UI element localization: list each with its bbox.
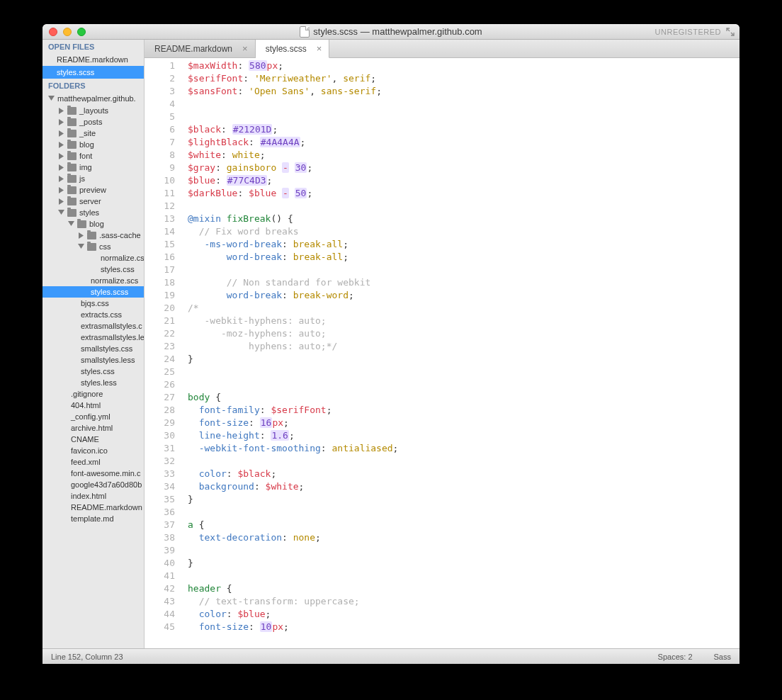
code-line[interactable]: color: $blue; [188,608,740,621]
folder-item[interactable]: _site [42,128,144,139]
indent-setting[interactable]: Spaces: 2 [658,653,693,661]
disclosure-triangle-icon[interactable] [58,210,64,216]
file-item[interactable]: extracts.css [42,309,144,320]
cursor-position[interactable]: Line 152, Column 23 [51,653,123,661]
file-item[interactable]: archive.html [42,422,144,434]
code-line[interactable]: background: $white; [188,480,740,493]
code-line[interactable] [188,264,740,276]
disclosure-triangle-icon[interactable] [58,142,64,148]
code-line[interactable]: $white: white; [188,149,740,162]
code-line[interactable]: // Non standard for webkit [188,276,740,289]
disclosure-triangle-icon[interactable] [58,164,64,171]
code-line[interactable]: font-size: 16px; [188,417,740,429]
code-line[interactable]: } [188,353,740,366]
disclosure-triangle-icon[interactable] [78,232,84,239]
open-file-item[interactable]: styles.scss [42,66,144,79]
code-content[interactable]: $maxWidth: 580px;$serifFont: 'Merriweath… [183,58,740,648]
file-item[interactable]: styles.less [42,377,144,388]
code-line[interactable]: -webkit-hyphens: auto; [188,315,740,327]
code-line[interactable]: a { [188,519,740,531]
folder-item[interactable]: css [42,241,144,252]
folder-item[interactable]: server [42,196,144,207]
code-line[interactable]: -moz-hyphens: auto; [188,327,740,340]
folder-item[interactable]: _posts [42,116,144,128]
code-line[interactable]: // Fix word breaks [188,225,740,238]
code-line[interactable]: $gray: gainsboro - 30; [188,162,740,174]
code-line[interactable]: $darkBlue: $blue - 50; [188,187,740,200]
code-line[interactable]: @mixin fixBreak() { [188,213,740,225]
code-line[interactable] [188,200,740,213]
code-line[interactable]: font-size: 10px; [188,621,740,633]
code-line[interactable]: } [188,557,740,570]
code-line[interactable]: body { [188,391,740,404]
syntax-setting[interactable]: Sass [714,653,731,661]
code-line[interactable] [188,570,740,582]
code-line[interactable]: header { [188,582,740,595]
code-line[interactable]: // text-transform: uppercase; [188,595,740,608]
disclosure-triangle-icon[interactable] [58,130,64,137]
close-button[interactable] [49,28,57,36]
code-line[interactable]: $lightBlack: #4A4A4A; [188,136,740,149]
code-line[interactable] [188,455,740,468]
code-line[interactable]: word-break: break-all; [188,251,740,264]
code-line[interactable] [188,506,740,519]
file-item[interactable]: _config.yml [42,411,144,422]
file-item[interactable]: index.html [42,490,144,502]
file-item[interactable]: smallstyles.less [42,354,144,366]
file-item[interactable]: font-awesome.min.c [42,468,144,479]
folder-item[interactable]: styles [42,207,144,218]
code-line[interactable]: $blue: #77C4D3; [188,174,740,187]
folder-item[interactable]: js [42,173,144,184]
code-line[interactable]: -webkit-font-smoothing: antialiased; [188,442,740,455]
code-line[interactable]: $maxWidth: 580px; [188,60,740,72]
code-editor[interactable]: 1234567891011121314151617181920212223242… [144,58,740,648]
file-item[interactable]: styles.css [42,366,144,377]
file-item[interactable]: styles.css [42,264,144,275]
code-line[interactable] [188,111,740,123]
file-item[interactable]: favicon.ico [42,445,144,456]
disclosure-triangle-icon[interactable] [58,153,64,159]
code-line[interactable]: $serifFont: 'Merriweather', serif; [188,72,740,85]
code-line[interactable]: font-family: $serifFont; [188,404,740,417]
minimize-button[interactable] [63,28,72,36]
disclosure-triangle-icon[interactable] [58,119,64,125]
file-item[interactable]: styles.scss [42,286,144,298]
file-item[interactable]: 404.html [42,400,144,411]
code-line[interactable]: hyphens: auto;*/ [188,340,740,353]
disclosure-triangle-icon[interactable] [58,176,64,182]
code-line[interactable]: $black: #21201D; [188,123,740,136]
open-file-item[interactable]: README.markdown [42,53,144,66]
disclosure-triangle-icon[interactable] [78,244,84,250]
code-line[interactable]: text-decoration: none; [188,531,740,544]
titlebar[interactable]: styles.scss — matthewpalmer.github.com U… [42,24,740,40]
code-line[interactable] [188,366,740,378]
folder-item[interactable]: preview [42,184,144,196]
project-root[interactable]: matthewpalmer.github. [42,92,144,105]
fullscreen-icon[interactable] [725,27,735,37]
code-line[interactable]: /* [188,302,740,315]
file-item[interactable]: .gitignore [42,388,144,400]
code-line[interactable]: color: $black; [188,468,740,480]
code-line[interactable]: word-break: break-word; [188,289,740,302]
folder-item[interactable]: blog [42,218,144,230]
file-item[interactable]: normalize.cs [42,252,144,264]
disclosure-triangle-icon[interactable] [58,108,64,114]
zoom-button[interactable] [77,28,86,36]
tab[interactable]: README.markdown× [144,40,256,57]
folder-item[interactable]: font [42,150,144,162]
file-item[interactable]: extrasmallstyles.le [42,332,144,343]
disclosure-triangle-icon[interactable] [48,96,55,102]
code-line[interactable]: line-height: 1.6; [188,429,740,442]
code-line[interactable]: -ms-word-break: break-all; [188,238,740,251]
tab-close-icon[interactable]: × [315,43,324,54]
file-item[interactable]: smallstyles.css [42,343,144,354]
folder-item[interactable]: _layouts [42,105,144,116]
file-item[interactable]: normalize.scs [42,275,144,286]
disclosure-triangle-icon[interactable] [58,198,64,205]
tab-close-icon[interactable]: × [241,43,249,54]
file-item[interactable]: template.md [42,513,144,524]
file-item[interactable]: extrasmallstyles.c [42,320,144,332]
file-item[interactable]: README.markdown [42,502,144,513]
folder-item[interactable]: .sass-cache [42,230,144,241]
code-line[interactable]: $sansFont: 'Open Sans', sans-serif; [188,85,740,98]
